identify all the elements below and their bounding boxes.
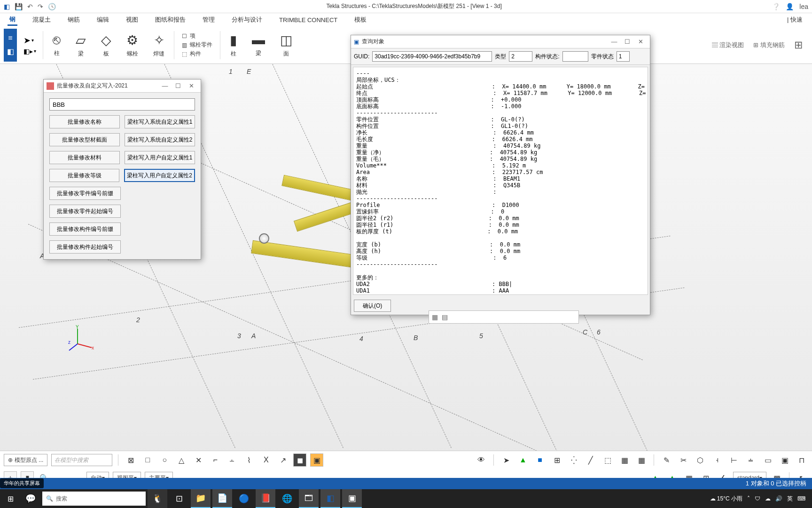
snap-corner-icon[interactable]: ⌐ [209,453,222,467]
close-button[interactable]: ✕ [634,38,647,45]
task-app-2[interactable]: 📄 [212,489,232,508]
ribbon-weld[interactable]: ✧焊缝 [148,32,170,58]
compstate-input[interactable] [617,51,630,62]
sel-tree-icon[interactable]: ▲ [516,453,530,467]
menu-edit[interactable]: 编辑 [95,15,111,25]
taskbar-search[interactable]: 🔍搜索 [42,492,146,506]
btn-modify-class[interactable]: 批量修改等级 [49,169,119,182]
guid-input[interactable] [372,51,492,62]
snap-wire-icon[interactable]: ◼ [293,453,306,467]
ribbon-beam2[interactable]: ▬梁 [246,32,271,57]
btn-part-startnum[interactable]: 批量修改零件起始编号 [49,205,121,218]
redo-icon[interactable]: ↷ [38,3,43,10]
eye-icon[interactable]: 👁 [475,453,488,467]
task-tekla[interactable]: ◧ [320,489,340,508]
menu-template[interactable]: 模板 [352,15,368,25]
maximize-button[interactable]: ☐ [172,82,185,89]
task-app-4[interactable]: 🗔 [299,489,319,508]
snap-center-icon[interactable]: ○ [158,453,171,467]
tray-shield-icon[interactable]: 🛡 [755,495,760,502]
btn-user-attr2[interactable]: 梁柱写入用户自定义属性2 [124,169,195,182]
ribbon-beam[interactable]: ▱梁 [70,32,92,58]
partstate-input[interactable] [562,51,588,62]
tool-hex-icon[interactable]: ⬡ [694,453,707,467]
minimize-button[interactable]: — [608,38,621,45]
task-app-1[interactable]: 🐧 [148,489,167,508]
ribbon-grid-icon[interactable]: ⊞ [794,39,803,51]
task-view-icon[interactable]: ⊡ [169,489,189,508]
btn-assembly-startnum[interactable]: 批量修改构件起始编号 [49,240,121,254]
sel-line-icon[interactable]: ╱ [584,453,597,467]
windows-taskbar[interactable]: ⊞ 💬 🔍搜索 🐧 ⊡ 📁 📄 🔵 📕 🌐 🗔 ◧ ▣ ☁ 15°C 小雨 ˄ … [0,489,812,508]
snap-ext-icon[interactable]: ⫠ [226,453,239,467]
sel-cube-icon[interactable]: ⬚ [601,453,614,467]
snap-perp-icon[interactable]: △ [175,453,188,467]
batch-input[interactable] [49,98,195,111]
snap-mid-icon[interactable]: □ [141,453,154,467]
snap-near-icon[interactable]: X [259,453,273,467]
menu-rebar[interactable]: 钢筋 [66,15,82,25]
ok-button[interactable]: 确认(O) [354,300,391,312]
btn-assembly-prefix[interactable]: 批量修改构件编号前缀 [49,222,121,236]
filter-tool-icon[interactable]: ▤ [442,313,448,321]
btn-sys-attr1[interactable]: 梁柱写入系统自定义属性1 [125,115,195,128]
ribbon-plate[interactable]: ◇板 [95,32,117,58]
origin-dropdown[interactable]: ⊕模型原点 ... [4,454,47,466]
type-input[interactable] [509,51,532,62]
filter-tool-icon[interactable]: ▦ [432,313,438,321]
tray-chevron-icon[interactable]: ˄ [747,495,750,502]
task-dialog[interactable]: ▣ [342,489,362,508]
ribbon-column2[interactable]: ▮柱 [224,32,242,58]
chevron-down-icon[interactable]: ▾ [34,48,36,54]
ribbon-column[interactable]: ⎋柱 [47,32,66,57]
btn-modify-profile[interactable]: 批量修改型材截面 [49,133,120,146]
switch-icon[interactable]: ◧▸ [23,48,33,55]
tool-ext-icon[interactable]: ⊓ [795,453,808,467]
sel-hash-icon[interactable]: ▦ [618,453,631,467]
tool-hl-icon[interactable]: ▭ [761,453,774,467]
chevron-down-icon[interactable]: ▾ [31,38,34,43]
ribbon-fill-steel[interactable]: ⊞ 填充钢筋 [753,41,785,49]
ribbon-item[interactable]: ☐项 [182,32,212,40]
floating-filter-toolbar[interactable]: ▦ ▤ [429,310,579,324]
start-button[interactable]: ⊞ [2,494,19,503]
sel-hash2-icon[interactable]: ▦ [635,453,648,467]
weather-widget[interactable]: ☁ 15°C 小雨 [710,495,743,503]
ribbon-side-menu[interactable]: ≡◧ [4,29,17,62]
user-icon[interactable]: 👤 [786,3,794,10]
menu-concrete[interactable]: 混凝土 [31,15,53,25]
ribbon-bolt[interactable]: ⚙螺栓 [121,32,144,58]
task-edge[interactable]: 🌐 [277,489,297,508]
snap-cross-icon[interactable]: ✕ [192,453,205,467]
tool-box-icon[interactable]: ▣ [778,453,791,467]
btn-user-attr1[interactable]: 梁柱写入用户自定义属性1 [125,151,195,164]
close-button[interactable]: ✕ [185,82,198,89]
snap-end-icon[interactable]: ⊠ [124,453,137,467]
maximize-button[interactable]: ☐ [621,38,634,45]
undo-icon[interactable]: ↶ [27,3,33,10]
menu-manage[interactable]: 管理 [201,15,217,25]
history-icon[interactable]: 🕓 [48,3,56,10]
ribbon-component[interactable]: ⬚构件 [182,50,212,58]
ribbon-face[interactable]: ◫面 [274,32,298,58]
system-tray[interactable]: ☁ 15°C 小雨 ˄ 🛡 ☁ 🔊 英 ⌨ [705,495,811,503]
btn-modify-name[interactable]: 批量修改名称 [49,115,120,128]
tool-align-icon[interactable]: ⫞ [710,453,724,467]
snap-arrow-icon[interactable]: ↗ [276,453,289,467]
btn-modify-material[interactable]: 批量修改材料 [49,151,120,164]
menu-trimble[interactable]: TRIMBLE CONNECT [277,16,339,24]
tray-ime[interactable]: 英 [787,495,793,503]
menu-analysis[interactable]: 分析与设计 [230,15,264,25]
menu-quick[interactable]: | 快速 [785,15,804,25]
tool-cut-icon[interactable]: ✂ [677,453,690,467]
sel-face-icon[interactable]: ■ [533,453,547,467]
task-explorer[interactable]: 📁 [191,489,211,508]
tool-level-icon[interactable]: ⫨ [744,453,757,467]
menu-view[interactable]: 视图 [124,15,140,25]
sel-grid-icon[interactable]: ⊞ [550,453,563,467]
minimize-button[interactable]: — [158,82,172,89]
axis-widget[interactable]: Y x z [68,325,96,353]
inquire-info-body[interactable]: ---- 局部坐标，UCS： 起始点 : X= 14400.0 mm Y= 18… [353,67,648,295]
ribbon-render-view[interactable]: ▤ 渲染视图 [712,41,744,49]
task-powerpoint[interactable]: 📕 [256,489,275,508]
